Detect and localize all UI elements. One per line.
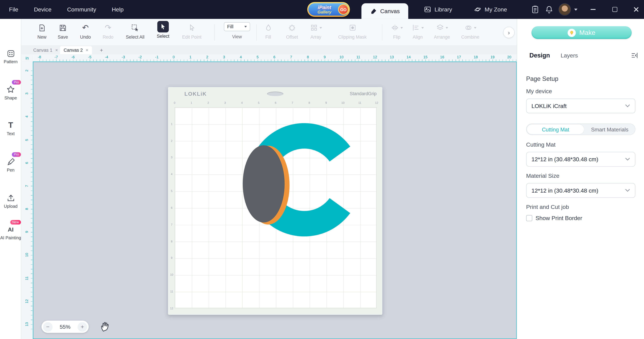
- canvas-tab-2-label: Canvas 2: [64, 48, 83, 52]
- clipping-mask-button[interactable]: Clipping Mask: [334, 22, 371, 39]
- ruler-tick: 13: [390, 55, 394, 59]
- tab-library[interactable]: Library: [424, 0, 452, 19]
- cutting-mat-size-value: 12*12 in (30.48*30.48 cm): [532, 156, 598, 163]
- ruler-tick: 10: [170, 273, 173, 276]
- fill-button[interactable]: Fill: [256, 22, 280, 39]
- sidebar-item-shape[interactable]: Pro Shape: [0, 85, 22, 100]
- menu-community[interactable]: Community: [67, 6, 96, 13]
- new-file-icon: [38, 22, 46, 33]
- minimize-button[interactable]: [587, 3, 599, 15]
- menu-help[interactable]: Help: [112, 6, 124, 13]
- canvas-tab-1[interactable]: Canvas 1 ×: [30, 46, 62, 54]
- sidebar-item-upload[interactable]: Upload: [0, 193, 22, 209]
- tab-library-label: Library: [434, 6, 452, 13]
- window-controls: [587, 0, 599, 19]
- select-button[interactable]: Select: [151, 21, 175, 38]
- make-button[interactable]: Make: [532, 26, 632, 39]
- zoom-out-button[interactable]: −: [43, 322, 52, 332]
- ruler-tick: 8: [171, 240, 173, 243]
- mat-grid: [174, 107, 376, 308]
- plus-icon: +: [80, 324, 84, 330]
- ruler-tick: -7: [54, 55, 58, 59]
- close-icon[interactable]: ×: [55, 48, 58, 52]
- menu-group: File Device Community Help: [9, 0, 124, 19]
- chevron-down-icon: [244, 26, 247, 27]
- ruler-tick: 10: [339, 55, 344, 59]
- ruler-tick: 9: [325, 101, 327, 104]
- add-canvas-button[interactable]: +: [98, 46, 105, 54]
- select-all-button[interactable]: Select All: [121, 22, 150, 39]
- ruler-tick: 3: [24, 93, 29, 95]
- ruler-tick: 7: [292, 101, 293, 104]
- offset-button[interactable]: Offset: [280, 22, 304, 39]
- collapse-panel-icon[interactable]: [631, 52, 638, 61]
- ruler-tick: 4: [240, 55, 242, 59]
- clipping-mask-icon: [348, 22, 356, 33]
- canvas-tab-2[interactable]: Canvas 2 ×: [60, 46, 92, 54]
- ruler-tick: -5: [88, 55, 92, 59]
- maximize-button[interactable]: [608, 3, 621, 15]
- sidebar-label: Pattern: [0, 59, 22, 64]
- upload-icon: [0, 193, 22, 203]
- ruler-tick: 2: [206, 55, 208, 59]
- cutting-mat[interactable]: LOKLiK StandardGrip 0123456789101112 123…: [168, 87, 382, 315]
- ruler-tick: 2: [24, 70, 29, 72]
- align-button[interactable]: Align: [406, 22, 430, 39]
- canvas-viewport[interactable]: LOKLiK StandardGrip 0123456789101112 123…: [33, 61, 517, 339]
- window-controls-max: [608, 0, 621, 19]
- menu-device[interactable]: Device: [34, 6, 52, 13]
- save-button[interactable]: Save: [50, 22, 75, 39]
- save-label: Save: [58, 34, 68, 39]
- redo-button[interactable]: ↷ Redo: [96, 22, 120, 39]
- menu-file[interactable]: File: [9, 6, 18, 13]
- edit-point-button[interactable]: Edit Point: [177, 22, 206, 39]
- bell-icon[interactable]: [544, 5, 554, 14]
- chevron-down-icon: [446, 27, 448, 29]
- ipaint-gallery-badge[interactable]: iPaint Gallery GO: [307, 2, 350, 17]
- tab-layers[interactable]: Layers: [560, 52, 578, 59]
- device-select[interactable]: LOKLiK iCraft: [526, 99, 636, 113]
- ruler-tick: 1: [191, 101, 192, 104]
- fill-mode-dropdown[interactable]: Fill: [224, 22, 250, 31]
- print-border-checkbox[interactable]: [526, 215, 532, 221]
- ruler-tick: 16: [440, 55, 444, 59]
- tab-design[interactable]: Design: [529, 52, 550, 59]
- toggle-smart-materials[interactable]: Smart Materials: [584, 124, 635, 135]
- toolbar-separator: [382, 24, 382, 41]
- sidebar-item-pen[interactable]: Pro Pen: [0, 157, 22, 173]
- close-icon[interactable]: ×: [86, 48, 88, 52]
- toolbar-expand-button[interactable]: ›: [503, 27, 514, 38]
- arrange-button[interactable]: Arrange: [430, 22, 454, 39]
- zoom-control: − 55% +: [42, 321, 89, 333]
- material-size-select[interactable]: 12*12 in (30.48*30.48 cm): [526, 183, 636, 198]
- ruler-tick: -1: [155, 55, 159, 59]
- tasks-clipboard-icon[interactable]: [531, 5, 540, 14]
- ruler-tick: 1: [190, 55, 192, 59]
- sidebar-item-text[interactable]: T Text: [0, 120, 22, 136]
- ruler-tick: -3: [122, 55, 125, 59]
- chevron-right-icon: ›: [508, 29, 510, 36]
- close-button[interactable]: [630, 3, 642, 15]
- sidebar-item-pattern[interactable]: Pattern: [0, 48, 22, 64]
- sidebar-item-ai-painting[interactable]: New AI AI Painting: [0, 225, 22, 240]
- ruler-tick: 17: [457, 55, 461, 59]
- ruler-tick: 12: [24, 299, 29, 303]
- my-device-label: My device: [526, 88, 552, 94]
- tab-myzone[interactable]: My Zone: [474, 0, 507, 19]
- undo-button[interactable]: ↶ Undo: [73, 22, 98, 39]
- array-button[interactable]: Array: [304, 22, 328, 39]
- ruler-tick: 4: [24, 116, 29, 118]
- clipping-mask-label: Clipping Mask: [338, 34, 366, 39]
- ruler-tick: 5: [256, 55, 258, 59]
- gallery-go-button[interactable]: GO: [338, 4, 349, 15]
- library-icon: [424, 6, 431, 13]
- avatar-chevron-icon[interactable]: [574, 8, 578, 10]
- zoom-in-button[interactable]: +: [78, 322, 87, 332]
- tab-canvas[interactable]: Canvas: [362, 3, 408, 19]
- toggle-cutting-mat[interactable]: Cutting Mat: [526, 124, 584, 135]
- ruler-tick: 0: [173, 55, 175, 59]
- ruler-tick: 5: [258, 101, 260, 104]
- avatar[interactable]: [558, 3, 571, 15]
- cutting-mat-size-select[interactable]: 12*12 in (30.48*30.48 cm): [526, 152, 636, 167]
- combine-button[interactable]: Combine: [456, 22, 485, 39]
